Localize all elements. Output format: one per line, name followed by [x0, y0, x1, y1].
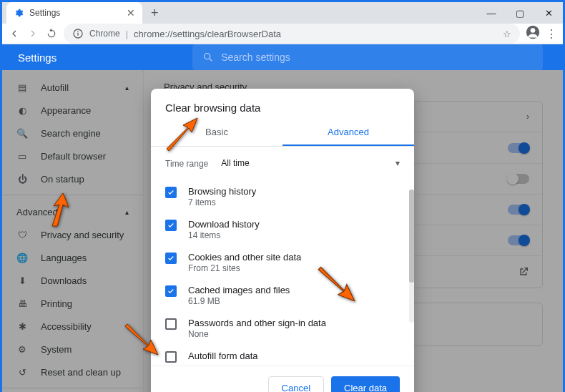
maximize-button[interactable]: ▢ [506, 2, 534, 24]
check-cookies[interactable]: Cookies and other site dataFrom 21 sites [165, 246, 400, 279]
time-range-select[interactable]: All time ▾ [221, 155, 400, 172]
chrome-window: Settings ✕ + — ▢ ✕ Chrome | chrome://set… [2, 2, 563, 390]
svg-rect-1 [77, 33, 78, 36]
svg-point-5 [205, 54, 210, 59]
settings-header: Settings Search settings [2, 44, 563, 70]
close-icon[interactable]: ✕ [127, 7, 135, 19]
browser-tab[interactable]: Settings ✕ [6, 2, 142, 24]
annotation-arrow [41, 192, 77, 227]
titlebar: Settings ✕ + — ▢ ✕ [2, 2, 563, 24]
svg-rect-2 [77, 31, 78, 31]
tab-advanced[interactable]: Advanced [282, 119, 414, 146]
cancel-button[interactable]: Cancel [268, 376, 324, 392]
forward-button[interactable] [26, 27, 39, 40]
page-title: Settings [18, 52, 56, 64]
clear-data-button[interactable]: Clear data [331, 376, 400, 392]
star-icon[interactable]: ☆ [503, 29, 511, 39]
check-browsing-history[interactable]: Browsing history7 items [165, 180, 400, 213]
omnibox[interactable]: Chrome | chrome://settings/clearBrowserD… [64, 24, 520, 44]
info-icon [72, 28, 84, 39]
reload-button[interactable] [45, 27, 58, 40]
check-autofill[interactable]: Autofill form data [165, 345, 400, 363]
dialog-footer: Cancel Clear data [151, 366, 414, 392]
dialog-title: Clear browsing data [151, 89, 414, 119]
checkbox-icon[interactable] [165, 351, 177, 363]
kebab-menu-icon[interactable]: ⋮ [546, 27, 557, 41]
checkbox-icon[interactable] [165, 253, 177, 264]
dialog-body: Time range All time ▾ Browsing history7 … [151, 147, 414, 366]
url-chip: Chrome [89, 29, 120, 39]
svg-line-6 [210, 59, 212, 61]
gear-icon [14, 8, 24, 18]
window-controls: — ▢ ✕ [477, 2, 563, 24]
checkbox-icon[interactable] [165, 187, 177, 198]
search-icon [202, 52, 214, 63]
annotation-arrow [317, 263, 356, 303]
search-placeholder: Search settings [221, 52, 290, 63]
annotation-arrow [124, 320, 159, 356]
tab-title: Settings [29, 8, 60, 18]
annotation-arrow [163, 117, 199, 152]
checkbox-icon[interactable] [165, 220, 177, 231]
time-range-label: Time range [165, 159, 208, 169]
checkbox-icon[interactable] [165, 285, 177, 297]
settings-search[interactable]: Search settings [192, 44, 543, 70]
scrollbar[interactable] [409, 190, 414, 323]
address-bar: Chrome | chrome://settings/clearBrowserD… [2, 24, 563, 44]
check-cache[interactable]: Cached images and files61.9 MB [165, 279, 400, 312]
chevron-down-icon: ▾ [396, 158, 400, 168]
minimize-button[interactable]: — [477, 2, 506, 24]
check-passwords[interactable]: Passwords and other sign-in dataNone [165, 312, 400, 345]
profile-avatar[interactable] [526, 25, 540, 42]
new-tab-button[interactable]: + [151, 6, 159, 21]
time-range-row: Time range All time ▾ [165, 155, 400, 172]
svg-point-4 [531, 28, 536, 33]
check-download-history[interactable]: Download history14 items [165, 213, 400, 246]
checkbox-icon[interactable] [165, 318, 177, 330]
content-area: ▤Autofill▴ ◐Appearance 🔍Search engine ▭D… [2, 70, 563, 392]
close-window-button[interactable]: ✕ [534, 2, 563, 24]
back-button[interactable] [8, 27, 21, 40]
url-text: chrome://settings/clearBrowserData [134, 29, 281, 39]
